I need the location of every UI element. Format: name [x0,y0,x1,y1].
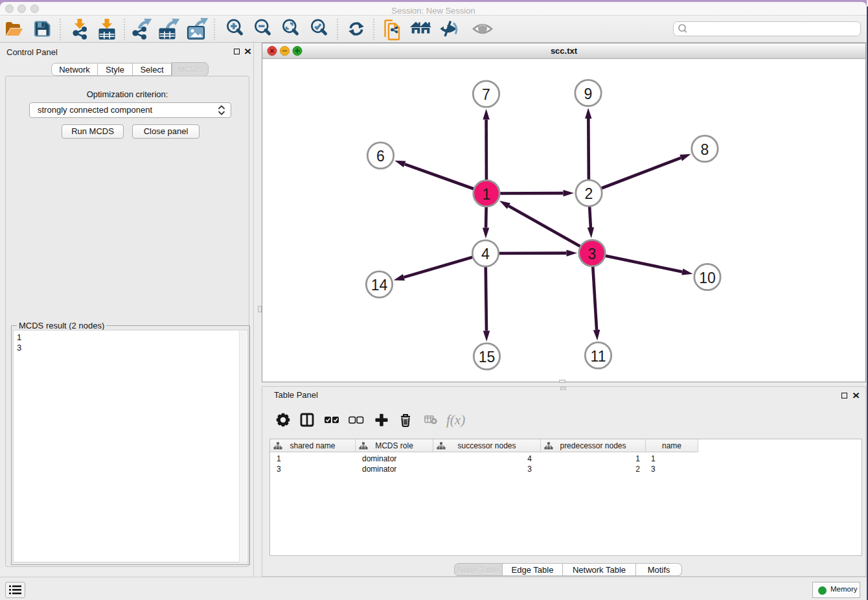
svg-text:1: 1 [483,186,491,203]
svg-text:8: 8 [701,141,709,158]
svg-text:10: 10 [699,270,716,286]
svg-text:3: 3 [588,246,597,262]
svg-text:7: 7 [482,86,490,103]
svg-text:2: 2 [585,185,593,202]
svg-text:14: 14 [371,277,388,294]
svg-text:f(x): f(x) [446,412,465,428]
svg-text:6: 6 [376,148,385,165]
svg-text:9: 9 [584,86,593,102]
svg-text:4: 4 [481,246,490,262]
svg-text:15: 15 [479,349,496,365]
svg-text:11: 11 [591,348,606,365]
